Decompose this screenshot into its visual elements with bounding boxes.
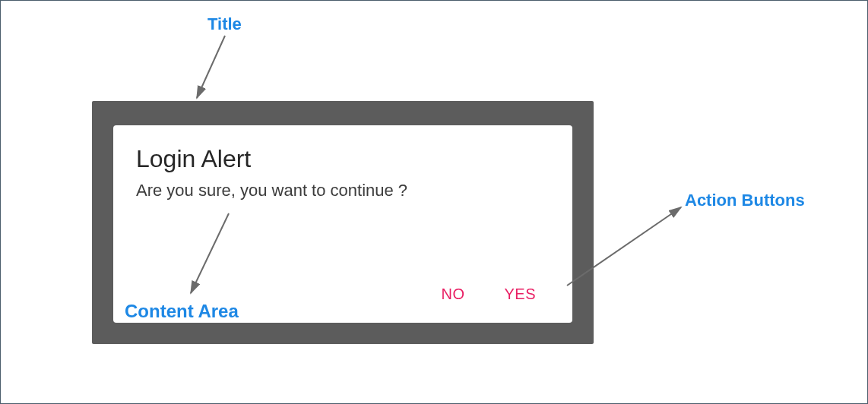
action-buttons-annotation-label: Action Buttons — [685, 191, 805, 210]
title-annotation-label: Title — [207, 14, 242, 34]
alert-dialog: Login Alert Are you sure, you want to co… — [113, 125, 572, 323]
dialog-title: Login Alert — [136, 145, 550, 173]
content-area-annotation-label: Content Area — [125, 301, 239, 322]
yes-button[interactable]: YES — [504, 286, 536, 303]
dialog-content-text: Are you sure, you want to continue ? — [136, 181, 550, 286]
title-arrow — [197, 36, 225, 98]
no-button[interactable]: NO — [441, 286, 464, 303]
